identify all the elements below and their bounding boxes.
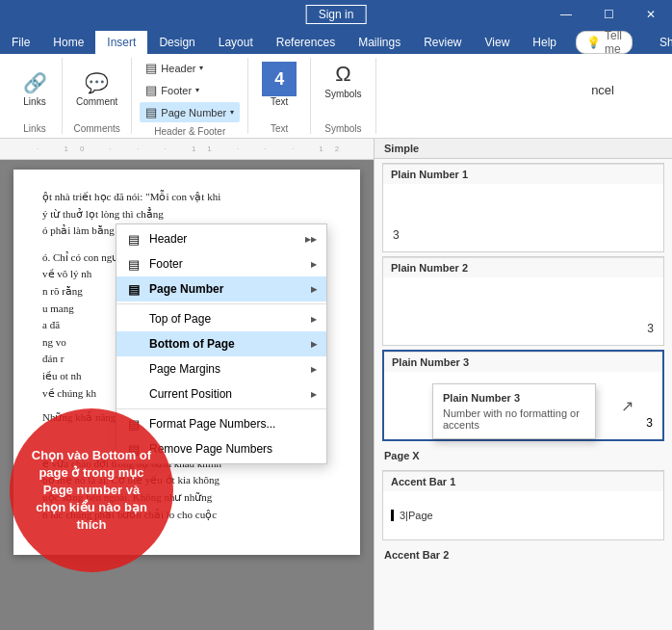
plain2-number: 3	[647, 322, 654, 335]
tooltip-description: Number with no formatting or accents	[443, 407, 585, 431]
footer-icon: ▤	[145, 83, 157, 97]
gallery-item-accentbar1[interactable]: Accent Bar 1 3|Page	[382, 470, 664, 540]
plain2-preview: 3	[383, 277, 663, 345]
cancel-area: ncel	[591, 83, 614, 97]
current-position-icon	[126, 386, 142, 402]
annotation-circle: Chọn vào Bottom of page ở trong mục Page…	[10, 408, 173, 572]
page-number-menu-icon: ▤	[126, 281, 142, 297]
doc-ruler: · 10 · · · 11 · · · 12	[0, 139, 374, 160]
tell-me-input[interactable]: 💡 Tell me	[576, 31, 633, 54]
top-submenu-arrow: ▶	[311, 315, 317, 324]
tab-insert[interactable]: Insert	[95, 31, 147, 54]
annotation-text: Chọn vào Bottom of page ở trong mục Page…	[29, 447, 154, 535]
tab-view[interactable]: View	[474, 31, 522, 54]
bottom-submenu-arrow: ▶	[311, 340, 317, 349]
tab-references[interactable]: References	[265, 31, 347, 54]
text-icon: 4	[262, 62, 297, 96]
window-controls: — ☐ ✕	[545, 0, 672, 29]
page-number-button[interactable]: ▤ Page Number ▾	[140, 102, 240, 122]
gallery-item-plain2[interactable]: Plain Number 2 3	[382, 256, 664, 346]
links-icons: 🔗 Links	[15, 58, 54, 119]
page-number-icon: ▤	[145, 105, 157, 119]
tab-review[interactable]: Review	[412, 31, 473, 54]
bottom-of-page-icon	[126, 336, 142, 352]
menu-item-current-position[interactable]: Current Position ▶	[116, 381, 326, 407]
gallery-header: Simple	[375, 139, 672, 159]
tab-home[interactable]: Home	[41, 31, 95, 54]
close-button[interactable]: ✕	[630, 0, 672, 29]
omega-icon: Ω	[335, 62, 350, 87]
header-arrow: ▾	[199, 64, 203, 72]
menu-divider-2	[116, 408, 326, 409]
comment-button[interactable]: 💬 Comment	[70, 67, 123, 111]
gallery-item-plain1[interactable]: Plain Number 1 3	[382, 163, 664, 252]
menu-item-footer[interactable]: ▤ Footer ▶	[116, 251, 326, 276]
menu-item-page-number[interactable]: ▤ Page Number ▶	[116, 276, 326, 302]
footer-submenu-arrow: ▶	[311, 260, 317, 269]
main-area: ▤ Header ▶ ▤ Footer ▶ ▤ Page Number ▶ To…	[0, 139, 672, 630]
links-icon: 🔗	[23, 71, 47, 94]
text-button[interactable]: 4 Text	[256, 58, 302, 111]
page-margins-icon	[126, 361, 142, 377]
header-button[interactable]: ▤ Header ▾	[140, 58, 240, 78]
titlebar: Sign in — ☐ ✕	[0, 0, 672, 29]
tab-file[interactable]: File	[0, 31, 41, 54]
margins-submenu-arrow: ▶	[311, 365, 317, 374]
ribbon-group-header-footer: ▤ Header ▾ ▤ Footer ▾ ▤ Page Number ▾ He…	[132, 58, 248, 134]
header-footer-label: Header & Footer	[154, 122, 225, 137]
plain3-label: Plain Number 3	[384, 352, 662, 372]
ribbon-group-symbols: Ω Symbols Symbols	[311, 58, 375, 134]
page-number-arrow: ▾	[230, 108, 234, 117]
footer-button[interactable]: ▤ Footer ▾	[140, 80, 240, 100]
accentbar1-text: 3|Page	[391, 510, 433, 521]
menu-item-bottom-of-page[interactable]: Bottom of Page ▶	[116, 331, 326, 356]
symbols-button[interactable]: Ω Symbols	[319, 58, 367, 103]
tooltip-title: Plain Number 3	[443, 392, 585, 404]
header-icon: ▤	[145, 61, 157, 75]
comments-group-label: Comments	[74, 119, 120, 134]
share-button[interactable]: Share	[648, 31, 672, 54]
links-button[interactable]: 🔗 Links	[15, 67, 54, 111]
tab-layout[interactable]: Layout	[207, 31, 265, 54]
tab-mailings[interactable]: Mailings	[347, 31, 412, 54]
ribbon-group-comments: 💬 Comment Comments	[63, 58, 132, 134]
plain1-label: Plain Number 1	[383, 164, 663, 184]
ribbon: 🔗 Links Links 💬 Comment Comments ▤ Heade…	[0, 54, 672, 139]
gallery-panel: Simple Plain Number 1 3 Plain Number 2 3…	[374, 139, 672, 630]
links-group-label: Links	[23, 119, 45, 134]
gallery-item-plain3[interactable]: Plain Number 3 3 ↗ Plain Number 3 Number…	[382, 350, 664, 441]
ribbon-group-text: 4 Text Text	[248, 58, 311, 134]
ribbon-tabs: File Home Insert Design Layout Reference…	[0, 29, 672, 54]
menu-divider-1	[116, 303, 326, 304]
gallery-item-pagex[interactable]: Page X	[375, 445, 672, 466]
cursor-icon: ↗	[621, 397, 633, 415]
page-number-submenu-arrow: ▶	[311, 285, 317, 294]
tooltip: Plain Number 3 Number with no formatting…	[432, 383, 596, 439]
footer-arrow: ▾	[195, 86, 199, 94]
footer-menu-icon: ▤	[126, 256, 142, 272]
plain2-label: Plain Number 2	[383, 257, 663, 277]
dropdown-menu: ▤ Header ▶ ▤ Footer ▶ ▤ Page Number ▶ To…	[116, 223, 327, 464]
menu-item-header[interactable]: ▤ Header ▶	[116, 226, 326, 251]
text-group-label: Text	[271, 119, 288, 134]
plain1-preview: 3	[383, 184, 663, 251]
lightbulb-icon: 💡	[586, 36, 601, 49]
restore-button[interactable]: ☐	[587, 0, 630, 29]
minimize-button[interactable]: —	[545, 0, 587, 29]
menu-item-page-margins[interactable]: Page Margins ▶	[116, 356, 326, 381]
cancel-label: ncel	[591, 83, 614, 97]
signin-button[interactable]: Sign in	[306, 5, 367, 24]
comments-icons: 💬 Comment	[70, 58, 123, 119]
accentbar1-preview: 3|Page	[383, 491, 663, 539]
accentbar1-label: Accent Bar 1	[383, 471, 663, 491]
tab-design[interactable]: Design	[147, 31, 206, 54]
menu-item-top-of-page[interactable]: Top of Page ▶	[116, 306, 326, 331]
tab-help[interactable]: Help	[521, 31, 568, 54]
accentbar2-label: Accent Bar 2	[375, 544, 672, 565]
header-footer-buttons: ▤ Header ▾ ▤ Footer ▾ ▤ Page Number ▾	[140, 58, 240, 122]
current-submenu-arrow: ▶	[311, 390, 317, 399]
symbols-group-label: Symbols	[324, 119, 361, 134]
comment-icon: 💬	[85, 71, 109, 94]
header-menu-icon: ▤	[126, 231, 142, 247]
plain1-number: 3	[393, 228, 400, 242]
